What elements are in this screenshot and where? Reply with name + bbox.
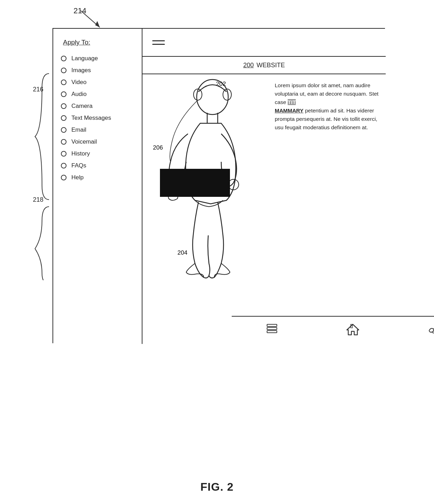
sidebar-label-history: History <box>71 150 90 157</box>
underline-bold-word: MAMMARY <box>275 108 303 113</box>
sidebar-label-video: Video <box>71 79 86 86</box>
sidebar-item-faqs[interactable]: FAQs <box>53 160 142 172</box>
url-bar[interactable]: 200 WEBSITE <box>142 57 386 74</box>
svg-rect-6 <box>267 324 277 326</box>
page-container: 214 216 218 Apply To: LanguageImagesVide… <box>0 0 434 504</box>
radio-help <box>61 175 66 180</box>
sidebar-item-audio[interactable]: Audio <box>53 88 142 100</box>
layers-icon[interactable] <box>266 323 278 338</box>
home-icon[interactable] <box>346 323 359 338</box>
main-content: 200 WEBSITE 202 206 <box>142 29 386 344</box>
svg-rect-8 <box>267 331 277 333</box>
sidebar-item-help[interactable]: Help <box>53 172 142 184</box>
radio-voicemail <box>61 139 66 145</box>
brace-216-label: 216 <box>33 86 43 93</box>
text-content: 208 210 212 Lorem ipsum dolor sit amet, … <box>268 74 386 316</box>
sidebar-label-help: Help <box>71 174 84 181</box>
sidebar-label-language: Language <box>71 55 98 62</box>
radio-camera <box>61 103 66 109</box>
radio-audio <box>61 91 66 97</box>
sidebar-label-camera: Camera <box>71 103 92 110</box>
home-svg <box>346 323 359 336</box>
sidebar-item-text-messages[interactable]: Text Messages <box>53 112 142 124</box>
app-window: Apply To: LanguageImagesVideoAudioCamera… <box>52 28 385 343</box>
content-area: 202 206 <box>142 74 386 316</box>
brace-218-label: 218 <box>33 196 43 203</box>
highlighted-word: TIT <box>288 99 296 105</box>
hamburger-line-2 <box>152 44 165 45</box>
radio-video <box>61 80 66 85</box>
sidebar-item-history[interactable]: History <box>53 148 142 160</box>
radio-faqs <box>61 163 66 168</box>
lorem-text: Lorem ipsum dolor sit amet, nam audire v… <box>275 81 379 132</box>
radio-text-messages <box>61 115 66 121</box>
fig-caption: FIG. 2 <box>201 481 234 493</box>
handshake-svg <box>428 323 434 336</box>
svg-marker-1 <box>95 21 100 27</box>
url-label: WEBSITE <box>257 62 285 69</box>
figure-area: 202 206 <box>142 74 268 316</box>
top-bar <box>142 29 386 57</box>
hamburger-icon[interactable] <box>152 40 165 45</box>
sidebar-item-email[interactable]: Email <box>53 124 142 136</box>
diagram-wrapper: 216 218 Apply To: LanguageImagesVideoAud… <box>31 28 402 371</box>
hamburger-line-1 <box>152 40 165 41</box>
sidebar-label-audio: Audio <box>71 91 86 98</box>
sidebar-item-video[interactable]: Video <box>53 76 142 88</box>
layers-svg <box>266 323 278 336</box>
handshake-icon[interactable] <box>428 323 434 338</box>
bottom-nav <box>232 316 434 344</box>
sidebar-item-voicemail[interactable]: Voicemail <box>53 136 142 148</box>
url-number: 200 <box>243 62 254 69</box>
svg-marker-9 <box>347 324 359 335</box>
radio-email <box>61 127 66 133</box>
radio-history <box>61 151 66 157</box>
ref-204: 204 <box>177 249 187 256</box>
sidebar-title: Apply To: <box>63 39 142 46</box>
sidebar: Apply To: LanguageImagesVideoAudioCamera… <box>53 29 142 344</box>
sidebar-item-camera[interactable]: Camera <box>53 100 142 112</box>
sidebar-item-images[interactable]: Images <box>53 64 142 76</box>
sidebar-label-voicemail: Voicemail <box>71 138 97 145</box>
sidebar-label-faqs: FAQs <box>71 162 86 169</box>
censored-block <box>160 169 230 197</box>
svg-rect-7 <box>267 327 277 330</box>
sidebar-label-text-messages: Text Messages <box>71 115 111 122</box>
radio-language <box>61 56 66 61</box>
sidebar-label-images: Images <box>71 67 91 74</box>
sidebar-label-email: Email <box>71 126 86 133</box>
radio-images <box>61 68 66 73</box>
sidebar-item-language[interactable]: Language <box>53 53 142 64</box>
